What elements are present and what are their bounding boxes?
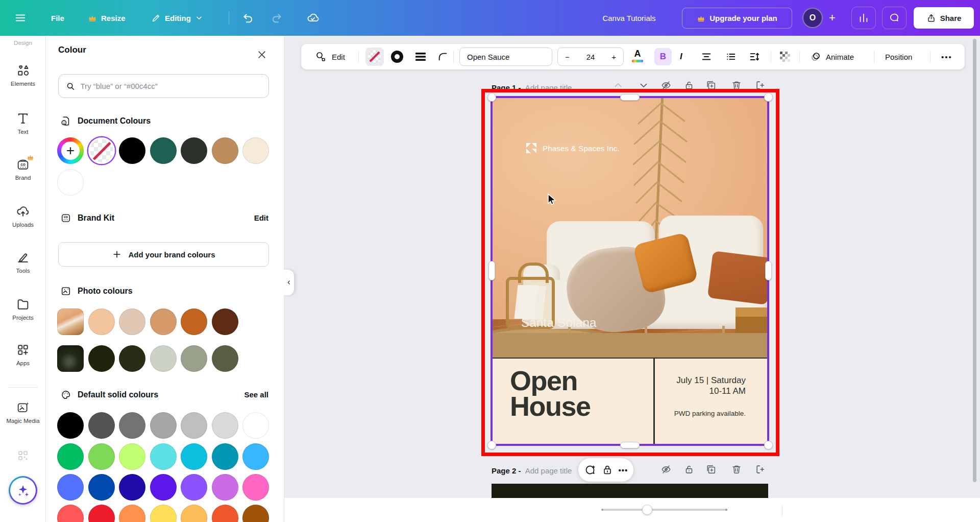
comments-button[interactable] bbox=[882, 7, 906, 29]
corner-rounding-button[interactable] bbox=[437, 51, 449, 63]
hide-page2-button[interactable] bbox=[660, 464, 672, 475]
share-button[interactable]: Share bbox=[914, 7, 974, 29]
zoom-slider-handle[interactable] bbox=[642, 505, 652, 515]
colour-swatch[interactable] bbox=[181, 474, 207, 501]
colour-swatch[interactable] bbox=[57, 443, 84, 470]
line-spacing-button[interactable] bbox=[748, 51, 761, 63]
font-size-decrease[interactable]: − bbox=[565, 53, 570, 61]
save-status-button[interactable] bbox=[306, 0, 320, 36]
colour-swatch[interactable] bbox=[57, 169, 84, 196]
colour-search-input[interactable] bbox=[81, 82, 261, 90]
colour-swatch[interactable] bbox=[181, 412, 207, 439]
colour-swatch[interactable] bbox=[181, 345, 207, 372]
file-menu[interactable]: File bbox=[51, 0, 64, 36]
bold-button[interactable]: B bbox=[654, 48, 672, 65]
sidebar-item-brand[interactable]: co Brand bbox=[0, 157, 46, 181]
colour-swatch[interactable] bbox=[119, 412, 145, 439]
document-title[interactable]: Canva Tutorials bbox=[587, 0, 671, 36]
colour-swatch[interactable] bbox=[119, 137, 145, 164]
list-button[interactable] bbox=[725, 51, 737, 63]
colour-swatch[interactable] bbox=[150, 474, 177, 501]
editing-mode-dropdown[interactable]: Editing bbox=[151, 0, 203, 36]
colour-swatch[interactable] bbox=[88, 474, 115, 501]
sidebar-item-magic-media[interactable]: Magic Media bbox=[0, 400, 46, 424]
colour-search[interactable] bbox=[58, 74, 269, 98]
add-page-button[interactable] bbox=[755, 80, 766, 91]
move-page-up-button[interactable] bbox=[612, 80, 624, 91]
colour-swatch[interactable] bbox=[88, 309, 115, 335]
delete-page-button[interactable] bbox=[731, 80, 742, 91]
sidebar-item-tools[interactable]: Tools bbox=[0, 250, 46, 274]
edit-image-icon[interactable] bbox=[314, 51, 327, 63]
resize-handle-top[interactable] bbox=[620, 94, 640, 101]
colour-swatch[interactable] bbox=[150, 309, 177, 335]
main-menu-button[interactable] bbox=[14, 0, 27, 36]
resize-handle-top-right[interactable] bbox=[764, 93, 773, 102]
design-page-1[interactable]: Phases & Spaces Inc. Santa Solana Open H… bbox=[492, 97, 768, 445]
more-options-button[interactable]: ••• bbox=[941, 44, 952, 69]
colour-swatch[interactable] bbox=[150, 345, 177, 372]
font-family-selector[interactable]: Open Sauce bbox=[459, 48, 552, 66]
colour-swatch[interactable] bbox=[57, 474, 84, 501]
page2-title-placeholder[interactable]: Add page title bbox=[525, 466, 572, 475]
sidebar-item-design[interactable]: Design bbox=[0, 37, 46, 46]
italic-button[interactable]: I bbox=[680, 44, 682, 69]
lock-page2-button[interactable] bbox=[683, 464, 695, 475]
colour-swatch[interactable] bbox=[242, 412, 269, 439]
colour-swatch[interactable] bbox=[57, 412, 84, 439]
colour-swatch[interactable] bbox=[150, 443, 177, 470]
resize-menu[interactable]: Resize bbox=[88, 0, 126, 36]
add-comment-button[interactable] bbox=[584, 464, 596, 476]
colour-swatch[interactable] bbox=[119, 474, 145, 501]
delete-page2-button[interactable] bbox=[731, 464, 742, 475]
colour-swatch[interactable] bbox=[242, 137, 269, 164]
colour-swatch[interactable] bbox=[212, 474, 238, 501]
upgrade-plan-button[interactable]: Upgrade your plan bbox=[682, 8, 792, 29]
move-page-down-button[interactable] bbox=[638, 80, 649, 91]
sidebar-item-text[interactable]: Text bbox=[0, 111, 46, 135]
resize-handle-bottom-right[interactable] bbox=[764, 441, 773, 449]
sidebar-item-projects[interactable]: Projects bbox=[0, 297, 46, 321]
position-button[interactable]: Position bbox=[885, 44, 912, 69]
colour-swatch[interactable] bbox=[212, 443, 238, 470]
colour-swatch[interactable] bbox=[88, 345, 115, 372]
insights-button[interactable] bbox=[851, 7, 876, 29]
close-panel-button[interactable] bbox=[255, 48, 269, 62]
text-colour-button[interactable]: A bbox=[630, 48, 645, 65]
hide-page-button[interactable] bbox=[660, 80, 672, 91]
lock-button[interactable] bbox=[602, 464, 613, 476]
duplicate-page2-button[interactable] bbox=[705, 464, 717, 475]
photo-thumb-swatch[interactable] bbox=[57, 345, 84, 372]
colour-swatch[interactable] bbox=[88, 412, 115, 439]
text-align-button[interactable] bbox=[700, 51, 713, 63]
brand-kit-edit-link[interactable]: Edit bbox=[254, 213, 268, 222]
animate-button[interactable]: Animate bbox=[826, 44, 854, 69]
sidebar-item-qr[interactable] bbox=[0, 449, 46, 462]
colour-swatch[interactable] bbox=[88, 443, 115, 470]
colour-swatch[interactable] bbox=[119, 345, 145, 372]
colour-swatch[interactable] bbox=[212, 345, 238, 372]
transparency-button[interactable] bbox=[779, 51, 791, 63]
colour-swatch[interactable] bbox=[212, 505, 238, 522]
add-member-button[interactable]: + bbox=[829, 0, 836, 36]
line-weight-button[interactable] bbox=[414, 51, 427, 63]
colour-swatch[interactable] bbox=[242, 474, 269, 501]
font-size-value[interactable]: 24 bbox=[586, 53, 595, 61]
edit-button[interactable]: Edit bbox=[332, 44, 345, 69]
assistant-button[interactable] bbox=[0, 476, 46, 505]
see-all-link[interactable]: See all bbox=[244, 390, 268, 399]
colour-swatch[interactable] bbox=[212, 137, 238, 164]
account-avatar[interactable]: O bbox=[802, 8, 823, 28]
colour-swatch[interactable] bbox=[242, 505, 269, 522]
colour-swatch[interactable] bbox=[181, 309, 207, 335]
colour-swatch[interactable] bbox=[150, 412, 177, 439]
colour-swatch[interactable] bbox=[150, 137, 177, 164]
zoom-slider[interactable] bbox=[602, 509, 727, 511]
font-size-increase[interactable]: + bbox=[611, 53, 616, 61]
no-colour-swatch[interactable] bbox=[88, 137, 115, 164]
collapse-panel-handle[interactable] bbox=[284, 270, 294, 295]
colour-swatch[interactable] bbox=[181, 137, 207, 164]
sidebar-item-elements[interactable]: Elements bbox=[0, 63, 46, 87]
colour-swatch[interactable] bbox=[181, 505, 207, 522]
page1-header[interactable]: Page 1 - Add page title bbox=[492, 81, 572, 94]
